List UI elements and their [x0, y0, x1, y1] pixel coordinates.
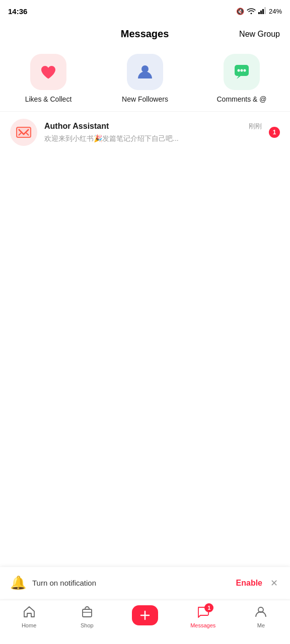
svg-point-4	[141, 65, 149, 72]
shortcut-followers[interactable]: New Followers	[97, 54, 193, 103]
messages-badge: 1	[204, 603, 213, 612]
svg-rect-1	[260, 11, 262, 14]
followers-label: New Followers	[122, 95, 168, 103]
message-item[interactable]: Author Assistant 刚刚 欢迎来到小红书🎉发篇笔记介绍下自己吧..…	[0, 112, 290, 153]
status-icons: 🔇 24%	[236, 7, 282, 16]
signal-icon	[258, 7, 266, 16]
message-time: 刚刚	[249, 122, 262, 131]
svg-rect-14	[83, 609, 92, 617]
svg-rect-3	[264, 7, 266, 14]
svg-marker-9	[237, 76, 241, 79]
svg-point-8	[244, 69, 246, 72]
bottom-nav: Home Shop 1	[0, 600, 290, 644]
person-icon	[135, 62, 155, 82]
message-preview: 欢迎来到小红书🎉发篇笔记介绍下自己吧...	[44, 134, 179, 142]
bell-icon: 🔔	[10, 575, 26, 591]
nav-messages-label: Messages	[190, 622, 215, 628]
page-title: Messages	[50, 28, 239, 40]
status-time: 14:36	[8, 7, 27, 16]
nav-me-label: Me	[257, 622, 265, 628]
likes-icon-container	[30, 54, 66, 90]
nav-item-add[interactable]	[116, 604, 174, 625]
add-button[interactable]	[132, 605, 158, 625]
svg-rect-10	[17, 127, 31, 137]
new-group-button[interactable]: New Group	[239, 30, 280, 39]
nav-shop-label: Shop	[81, 622, 94, 628]
nav-home-label: Home	[22, 622, 36, 628]
svg-rect-2	[262, 9, 264, 14]
header: Messages New Group	[0, 22, 290, 46]
message-header-row: Author Assistant 刚刚	[44, 122, 262, 131]
comments-icon-container	[224, 54, 260, 90]
notification-banner: 🔔 Turn on notification Enable ✕	[0, 567, 290, 599]
me-icon	[254, 605, 267, 620]
comment-icon	[233, 63, 251, 81]
message-content: Author Assistant 刚刚 欢迎来到小红书🎉发篇笔记介绍下自己吧..…	[44, 122, 262, 143]
heart-icon	[39, 63, 57, 81]
enable-button[interactable]: Enable	[236, 579, 262, 588]
shortcut-likes[interactable]: Likes & Collect	[0, 54, 97, 103]
followers-icon-container	[127, 54, 163, 90]
nav-item-messages[interactable]: 1 Messages	[174, 604, 232, 628]
shortcuts-bar: Likes & Collect New Followers Comments &…	[0, 46, 290, 112]
home-icon	[23, 605, 36, 620]
battery-text: 24%	[269, 8, 282, 15]
nav-item-me[interactable]: Me	[232, 604, 290, 628]
message-sender: Author Assistant	[44, 122, 109, 131]
svg-rect-0	[258, 12, 260, 14]
nav-item-shop[interactable]: Shop	[58, 604, 116, 628]
shop-icon	[81, 605, 94, 620]
nav-item-home[interactable]: Home	[0, 604, 58, 628]
message-badge: 1	[269, 127, 280, 138]
comments-label: Comments & @	[216, 95, 266, 103]
shortcut-comments[interactable]: Comments & @	[193, 54, 290, 103]
wifi-icon	[247, 7, 256, 16]
svg-point-6	[238, 69, 240, 72]
status-bar: 14:36 🔇 24%	[0, 0, 290, 22]
messages-icon: 1	[196, 605, 209, 620]
svg-point-7	[241, 69, 243, 72]
likes-label: Likes & Collect	[25, 95, 72, 103]
message-list: Author Assistant 刚刚 欢迎来到小红书🎉发篇笔记介绍下自己吧..…	[0, 112, 290, 153]
mute-icon: 🔇	[236, 8, 244, 15]
notification-text: Turn on notification	[32, 579, 230, 587]
avatar	[10, 119, 37, 146]
close-icon[interactable]: ✕	[268, 576, 280, 591]
